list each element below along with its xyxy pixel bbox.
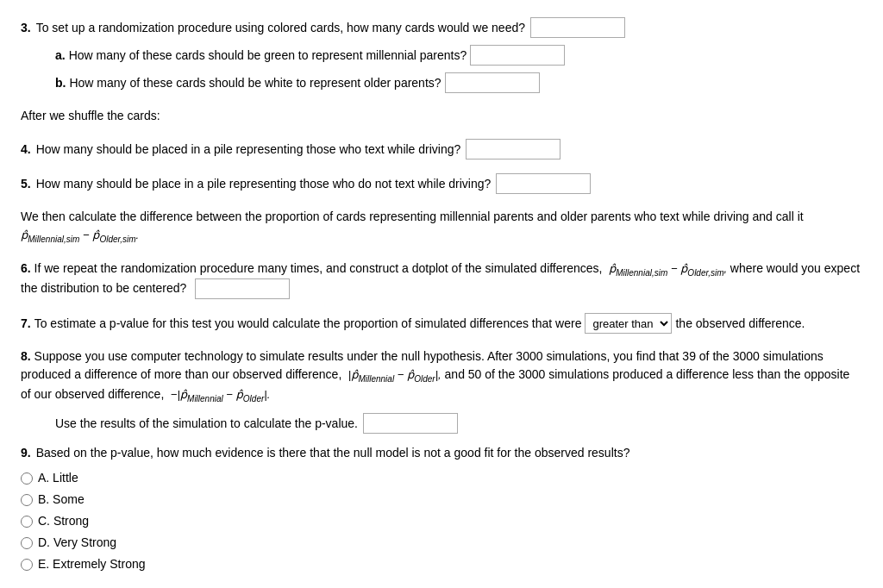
q9-option-a: A. Little: [21, 469, 862, 487]
question-3: 3. To set up a randomization procedure u…: [21, 17, 862, 93]
q7-line: 7. To estimate a p-value for this test y…: [21, 313, 862, 334]
q3-text: To set up a randomization procedure usin…: [36, 19, 525, 37]
q3a-line: a. How many of these cards should be gre…: [55, 45, 862, 66]
diff-text: We then calculate the difference between…: [21, 208, 862, 246]
q5-text: How many should be place in a pile repre…: [36, 175, 492, 193]
q5-input[interactable]: [496, 173, 591, 194]
q8-pvalue-line: Use the results of the simulation to cal…: [55, 413, 862, 434]
q3-line: 3. To set up a randomization procedure u…: [21, 17, 862, 38]
q4-number: 4.: [21, 141, 31, 159]
q6-paragraph: 6. If we repeat the randomization proced…: [21, 260, 862, 300]
q9-line: 9. Based on the p-value, how much eviden…: [21, 444, 862, 462]
diff-formula: p̂Millennial,sim − p̂Older,sim.: [21, 228, 139, 241]
q3b-text: How many of these cards should be white …: [69, 74, 441, 92]
q6-number: 6.: [21, 261, 31, 275]
q9-text: Based on the p-value, how much evidence …: [36, 444, 630, 462]
q3b-input[interactable]: [445, 72, 540, 93]
diff-block: We then calculate the difference between…: [21, 208, 862, 246]
q8-formula1: |p̂Millennial − p̂Older|,: [345, 368, 442, 381]
question-4: 4. How many should be placed in a pile r…: [21, 139, 862, 160]
shuffle-text: After we shuffle the cards:: [21, 107, 862, 125]
q9-label-a: A. Little: [38, 469, 78, 487]
question-6: 6. If we repeat the randomization proced…: [21, 260, 862, 300]
q4-text: How many should be placed in a pile repr…: [36, 141, 461, 159]
question-7: 7. To estimate a p-value for this test y…: [21, 313, 862, 334]
q7-text-after: the observed difference.: [675, 315, 805, 333]
q5-number: 5.: [21, 175, 31, 193]
q8-pvalue-input[interactable]: [363, 413, 458, 434]
q9-radio-a[interactable]: [21, 472, 33, 485]
q7-text-before: To estimate a p-value for this test you …: [34, 315, 582, 333]
q7-dropdown[interactable]: greater than less than equal to not equa…: [585, 313, 672, 334]
q3-input[interactable]: [530, 17, 625, 38]
shuffle-text-block: After we shuffle the cards:: [21, 107, 862, 125]
q6-text-before: If we repeat the randomization procedure…: [34, 261, 603, 275]
q5-line: 5. How many should be place in a pile re…: [21, 173, 862, 194]
q9-option-b: B. Some: [21, 491, 862, 509]
question-5: 5. How many should be place in a pile re…: [21, 173, 862, 194]
q9-radio-e[interactable]: [21, 559, 33, 571]
q9-option-d: D. Very Strong: [21, 534, 862, 552]
q3a-block: a. How many of these cards should be gre…: [55, 45, 862, 66]
q9-radio-c[interactable]: [21, 516, 33, 528]
q9-radio-b[interactable]: [21, 494, 33, 506]
q9-radio-d[interactable]: [21, 537, 33, 549]
q9-option-c: C. Strong: [21, 512, 862, 530]
q3a-text: How many of these cards should be green …: [69, 47, 467, 65]
q9-label-e: E. Extremely Strong: [38, 555, 146, 573]
q9-radio-group: A. Little B. Some C. Strong D. Very Stro…: [21, 469, 862, 573]
q4-line: 4. How many should be placed in a pile r…: [21, 139, 862, 160]
q8-pvalue-label: Use the results of the simulation to cal…: [55, 415, 358, 433]
q8-paragraph: 8. Suppose you use computer technology t…: [21, 347, 862, 404]
q3b-block: b. How many of these cards should be whi…: [55, 72, 862, 93]
q3b-label: b.: [55, 74, 66, 92]
q3a-label: a.: [55, 47, 66, 65]
q9-number: 9.: [21, 444, 31, 462]
q7-number: 7.: [21, 315, 31, 333]
q9-label-c: C. Strong: [38, 512, 89, 530]
q9-label-d: D. Very Strong: [38, 534, 116, 552]
q8-formula2: −|p̂Millennial − p̂Older|.: [167, 388, 270, 401]
question-8: 8. Suppose you use computer technology t…: [21, 347, 862, 434]
q6-formula-mid: p̂Millennial,sim − p̂Older,sim,: [605, 262, 730, 275]
q8-number: 8.: [21, 349, 31, 363]
q9-option-e: E. Extremely Strong: [21, 555, 862, 573]
q3-number: 3.: [21, 19, 31, 37]
q3a-input[interactable]: [470, 45, 565, 66]
q9-label-b: B. Some: [38, 491, 85, 509]
q6-input[interactable]: [195, 278, 290, 299]
question-9: 9. Based on the p-value, how much eviden…: [21, 444, 862, 573]
q4-input[interactable]: [466, 139, 560, 160]
q3b-line: b. How many of these cards should be whi…: [55, 72, 862, 93]
